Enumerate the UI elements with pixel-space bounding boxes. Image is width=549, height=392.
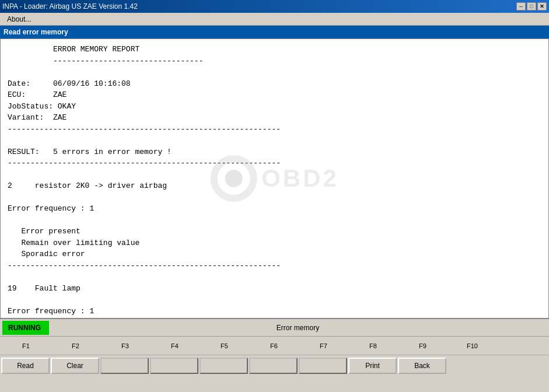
- btn5[interactable]: [200, 358, 248, 374]
- menu-about[interactable]: About...: [2, 14, 36, 24]
- fkey-f2[interactable]: F2: [51, 342, 100, 349]
- fkey-f8[interactable]: F8: [348, 342, 398, 349]
- title-bar: INPA - Loader: Airbag US ZAE Version 1.4…: [0, 0, 549, 13]
- content-header: Read error memory: [0, 26, 549, 38]
- restore-button[interactable]: □: [527, 2, 536, 10]
- close-button[interactable]: ✕: [537, 2, 547, 10]
- main-content[interactable]: ERROR MEMORY REPORT --------------------…: [0, 38, 549, 318]
- fkey-f3[interactable]: F3: [100, 342, 150, 349]
- section-title: Read error memory: [4, 28, 68, 36]
- minimize-button[interactable]: ─: [516, 2, 526, 10]
- report-text: ERROR MEMORY REPORT --------------------…: [8, 44, 541, 318]
- window-title: INPA - Loader: Airbag US ZAE Version 1.4…: [2, 2, 138, 10]
- menu-bar: About...: [0, 13, 549, 26]
- btn3[interactable]: [100, 358, 149, 374]
- fkey-f5[interactable]: F5: [200, 342, 249, 349]
- status-bar: RUNNING Error memory: [0, 318, 549, 336]
- fkey-f4[interactable]: F4: [150, 342, 200, 349]
- read-button[interactable]: Read: [1, 358, 50, 374]
- status-center-label: Error memory: [49, 324, 547, 332]
- print-button[interactable]: Print: [348, 358, 397, 374]
- btn4[interactable]: [150, 358, 198, 374]
- fkey-f7[interactable]: F7: [299, 342, 348, 349]
- button-bar: Read Clear Print Back: [0, 355, 549, 376]
- fkey-f10[interactable]: F10: [447, 342, 497, 349]
- scroll-area: ERROR MEMORY REPORT --------------------…: [0, 38, 549, 318]
- fkey-bar: F1 F2 F3 F4 F5 F6 F7 F8 F9 F10: [0, 336, 549, 355]
- fkey-f6[interactable]: F6: [249, 342, 299, 349]
- fkey-f1[interactable]: F1: [1, 342, 51, 349]
- clear-button[interactable]: Clear: [51, 358, 99, 374]
- running-badge: RUNNING: [2, 321, 49, 335]
- title-bar-buttons: ─ □ ✕: [516, 2, 547, 10]
- btn7[interactable]: [299, 358, 347, 374]
- btn6[interactable]: [249, 358, 298, 374]
- fkey-f9[interactable]: F9: [398, 342, 447, 349]
- back-button[interactable]: Back: [398, 358, 446, 374]
